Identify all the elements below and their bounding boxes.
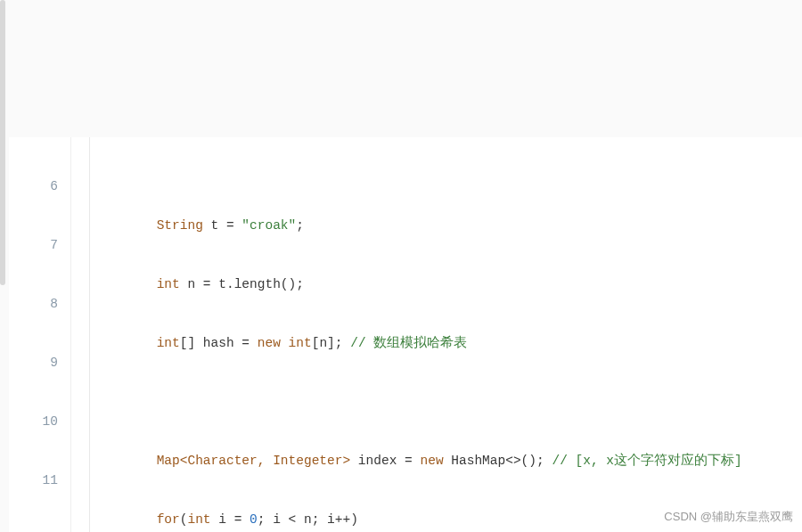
line-number: 9: [9, 353, 58, 372]
line-number: 11: [9, 471, 58, 490]
token-comment: // [x, x这个字符对应的下标]: [552, 454, 741, 468]
token-keyword: int: [157, 336, 180, 350]
line-number: 7: [9, 235, 58, 255]
token-type: String: [157, 218, 203, 233]
code-line[interactable]: Map<Character, Integeter> index = new Ha…: [94, 451, 802, 471]
token: [n];: [312, 336, 351, 350]
token: ;: [296, 218, 304, 233]
token-string: "croak": [241, 218, 296, 233]
token-keyword: new: [421, 454, 444, 468]
scrollbar-thumb[interactable]: [0, 0, 5, 285]
token-type: Map<Character, Integeter>: [157, 454, 351, 468]
code-line[interactable]: String t = "croak";: [94, 216, 802, 235]
token-number: 0: [250, 512, 258, 527]
line-number: 6: [9, 176, 58, 196]
code-line[interactable]: [94, 392, 802, 412]
token-comment: // 数组模拟哈希表: [350, 336, 467, 350]
code-line[interactable]: int[] hash = new int[n]; // 数组模拟哈希表: [94, 333, 802, 353]
token-keyword: new: [258, 336, 281, 350]
csdn-watermark: CSDN @辅助东皇燕双鹰: [664, 507, 793, 527]
line-number-gutter: 6 7 8 9 10 11 12 13 14 15 16 17 18 19 20…: [9, 137, 71, 532]
token: index =: [350, 454, 420, 468]
token-keyword: for: [157, 512, 180, 527]
code-line[interactable]: int n = t.length();: [94, 274, 802, 294]
token: ; i < n; i++): [258, 512, 358, 527]
token-keyword: int: [157, 277, 180, 291]
token: t =: [203, 218, 242, 233]
code-area[interactable]: String t = "croak"; int n = t.length(); …: [89, 137, 802, 532]
fold-column: [71, 137, 89, 532]
indent-guide: [89, 137, 90, 532]
token: [281, 336, 289, 350]
token: i =: [211, 512, 250, 527]
token: []: [180, 336, 195, 350]
token-keyword: int: [289, 336, 312, 350]
top-bar-remnant: [18, 0, 766, 9]
line-number: 8: [9, 294, 58, 314]
token: HashMap<>();: [444, 454, 552, 468]
token: n = t.length();: [180, 277, 304, 291]
code-editor[interactable]: 6 7 8 9 10 11 12 13 14 15 16 17 18 19 20…: [9, 137, 802, 532]
token-keyword: int: [187, 512, 210, 527]
token: hash =: [195, 336, 258, 350]
line-number: 10: [9, 412, 58, 431]
